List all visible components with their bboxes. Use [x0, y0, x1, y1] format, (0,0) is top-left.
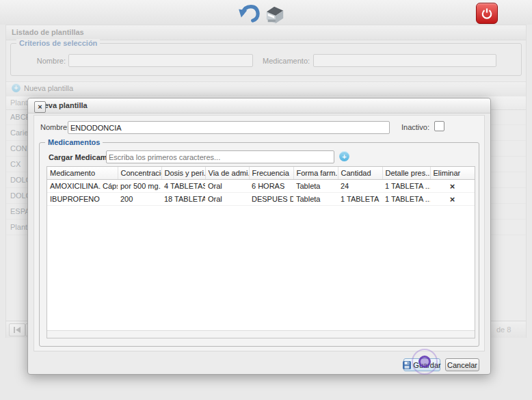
save-button-label: Guardar — [413, 361, 440, 369]
power-icon[interactable] — [476, 3, 498, 24]
delete-row-icon[interactable]: × — [450, 181, 455, 191]
dialog-body: Nombre: Inactivo: Medicamentos Cargar Me… — [34, 115, 485, 351]
medicamentos-table: MedicamentoConcentraciónDosis y peri...V… — [46, 166, 475, 338]
med-column-header[interactable]: Detalle pres... — [382, 167, 430, 180]
med-column-header[interactable]: Medicamento — [47, 167, 118, 180]
med-table-cell: Oral — [205, 180, 249, 193]
med-column-header[interactable]: Via de admi... — [205, 167, 249, 180]
med-table-row[interactable]: IBUPROFENO20018 TABLETA...OralDESPUES D.… — [47, 193, 475, 206]
app-window: Listado de plantillas Criterios de selec… — [0, 0, 532, 400]
save-icon — [403, 361, 411, 369]
dialog-title-bar: Nueva plantilla × — [28, 98, 490, 114]
new-template-dialog: Nueva plantilla × Nombre: Inactivo: Medi… — [27, 98, 491, 375]
med-table-cell: Tableta — [293, 180, 338, 193]
med-table-cell: 1 TABLETA — [338, 193, 382, 206]
horizontal-scrollbar[interactable] — [47, 330, 475, 338]
med-table-cell: 24 — [338, 180, 382, 193]
save-button[interactable]: Guardar — [403, 358, 440, 371]
nombre-input[interactable] — [68, 121, 390, 134]
cancel-button-label: Cancelar — [447, 361, 477, 369]
med-table-cell: 1 TABLETA ... — [382, 180, 430, 193]
med-table-delete-cell: × — [430, 180, 475, 193]
med-table-body: AMOXICILINA. Cáps...por 500 mg.4 TABLETA… — [47, 180, 475, 206]
nombre-label: Nombre: — [40, 123, 69, 131]
med-table-row[interactable]: AMOXICILINA. Cáps...por 500 mg.4 TABLETA… — [47, 180, 475, 193]
medicamentos-legend: Medicamentos — [45, 138, 103, 146]
med-table-cell: Tableta — [293, 193, 338, 206]
add-medicamento-icon[interactable]: + — [339, 151, 349, 161]
home-icon[interactable] — [263, 4, 287, 25]
med-column-header[interactable]: Eliminar — [430, 167, 475, 180]
close-icon[interactable]: × — [34, 101, 46, 113]
med-column-header[interactable]: Concentración — [118, 167, 161, 180]
back-icon[interactable] — [238, 3, 261, 23]
cancel-button[interactable]: Cancelar — [445, 358, 479, 371]
med-table-cell: AMOXICILINA. Cáps... — [47, 180, 118, 193]
inactivo-checkbox[interactable] — [434, 121, 444, 131]
cargar-medicamento-input[interactable] — [106, 150, 334, 163]
med-table-delete-cell: × — [430, 193, 475, 206]
med-table-cell: 6 HORAS — [249, 180, 293, 193]
med-column-header[interactable]: Forma farm... — [293, 167, 338, 180]
med-table-cell: IBUPROFENO — [47, 193, 118, 206]
delete-row-icon[interactable]: × — [450, 194, 455, 204]
med-table-cell: DESPUES D... — [249, 193, 293, 206]
med-table-cell: Oral — [205, 193, 249, 206]
inactivo-label: Inactivo: — [401, 123, 429, 131]
med-table-header-row: MedicamentoConcentraciónDosis y peri...V… — [47, 167, 475, 180]
medicamentos-fieldset: Medicamentos Cargar Medicamento: + Medic… — [39, 142, 479, 347]
med-table-cell: 1 TABLETA ... — [382, 193, 430, 206]
med-table-cell: 18 TABLETA... — [161, 193, 205, 206]
top-toolbar — [0, 0, 532, 25]
med-column-header[interactable]: Frecuencia — [249, 167, 293, 180]
med-column-header[interactable]: Dosis y peri... — [161, 167, 205, 180]
med-table-cell: por 500 mg. — [118, 180, 161, 193]
med-column-header[interactable]: Cantidad — [338, 167, 382, 180]
med-table-cell: 4 TABLETAS... — [161, 180, 205, 193]
med-table-cell: 200 — [118, 193, 161, 206]
